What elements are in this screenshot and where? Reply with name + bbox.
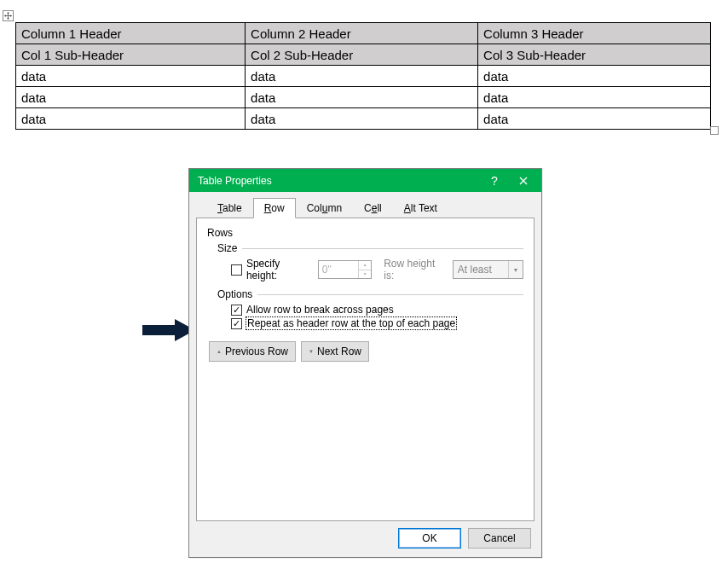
table-properties-dialog: Table Properties ? Table Row Column Cell… [188, 168, 542, 558]
spinner-down-icon[interactable]: ▼ [359, 270, 371, 279]
allow-break-checkbox[interactable] [231, 305, 242, 316]
close-button[interactable] [509, 170, 538, 191]
tab-alttext[interactable]: Alt Text [393, 198, 448, 218]
svg-marker-2 [7, 12, 9, 14]
ok-button[interactable]: OK [398, 528, 461, 549]
table-move-handle[interactable] [3, 10, 14, 21]
annotation-arrow-icon [142, 319, 195, 341]
previous-row-button[interactable]: ▲ Previous Row [209, 341, 296, 362]
size-label: Size [217, 242, 237, 254]
document-table[interactable]: Column 1 Header Column 2 Header Column 3… [15, 22, 711, 130]
table-row: data data data [16, 87, 711, 108]
table-row: Column 1 Header Column 2 Header Column 3… [16, 23, 711, 44]
chevron-down-icon: ▼ [508, 261, 523, 278]
height-spinner[interactable]: 0" ▲ ▼ [318, 260, 372, 279]
table-cell[interactable]: data [16, 66, 246, 87]
next-row-button[interactable]: ▼ Next Row [301, 341, 369, 362]
spinner-up-icon[interactable]: ▲ [359, 261, 371, 270]
repeat-header-label: Repeat as header row at the top of each … [246, 317, 456, 329]
tab-panel-row: Rows Size Specify height: 0" ▲ ▼ Row hei… [196, 218, 534, 521]
table-cell[interactable]: data [16, 87, 246, 108]
table-subheader-cell[interactable]: Col 3 Sub-Header [478, 44, 711, 66]
table-cell[interactable]: data [478, 87, 711, 108]
table-row: Col 1 Sub-Header Col 2 Sub-Header Col 3 … [16, 44, 711, 66]
table-resize-handle[interactable] [710, 126, 719, 135]
allow-break-label: Allow row to break across pages [246, 304, 394, 316]
row-height-mode-combo[interactable]: At least ▼ [453, 260, 523, 279]
table-subheader-cell[interactable]: Col 2 Sub-Header [246, 44, 478, 66]
row-height-is-label: Row height is: [384, 258, 448, 282]
divider [242, 248, 523, 249]
svg-marker-3 [7, 18, 9, 20]
table-cell[interactable]: data [16, 108, 246, 130]
table-cell[interactable]: data [478, 66, 711, 87]
table-row: data data data [16, 66, 711, 87]
table-row: data data data [16, 108, 711, 130]
triangle-up-icon: ▲ [217, 349, 222, 354]
table-cell[interactable]: data [246, 87, 478, 108]
table-cell[interactable]: data [246, 108, 478, 130]
divider [257, 294, 523, 295]
specify-height-label: Specify height: [246, 258, 313, 282]
table-header-cell[interactable]: Column 3 Header [478, 23, 711, 44]
row-height-mode-value: At least [454, 261, 508, 278]
options-label: Options [217, 288, 252, 300]
height-value: 0" [319, 261, 358, 278]
table-header-cell[interactable]: Column 2 Header [246, 23, 478, 44]
dialog-title: Table Properties [198, 175, 272, 187]
table-cell[interactable]: data [246, 66, 478, 87]
svg-marker-5 [10, 15, 12, 17]
help-button[interactable]: ? [480, 170, 509, 191]
tab-strip: Table Row Column Cell Alt Text [206, 197, 534, 218]
svg-marker-4 [4, 15, 6, 17]
tab-cell[interactable]: Cell [353, 198, 393, 218]
tab-column[interactable]: Column [296, 198, 353, 218]
rows-label: Rows [207, 227, 523, 239]
repeat-header-checkbox[interactable] [231, 318, 242, 329]
tab-row[interactable]: Row [253, 198, 296, 218]
svg-marker-6 [142, 319, 195, 341]
table-subheader-cell[interactable]: Col 1 Sub-Header [16, 44, 246, 66]
cancel-button[interactable]: Cancel [468, 528, 531, 549]
table-header-cell[interactable]: Column 1 Header [16, 23, 246, 44]
dialog-titlebar[interactable]: Table Properties ? [189, 169, 541, 192]
triangle-down-icon: ▼ [309, 349, 314, 354]
table-cell[interactable]: data [478, 108, 711, 130]
specify-height-checkbox[interactable] [231, 264, 242, 276]
tab-table[interactable]: Table [206, 198, 253, 218]
